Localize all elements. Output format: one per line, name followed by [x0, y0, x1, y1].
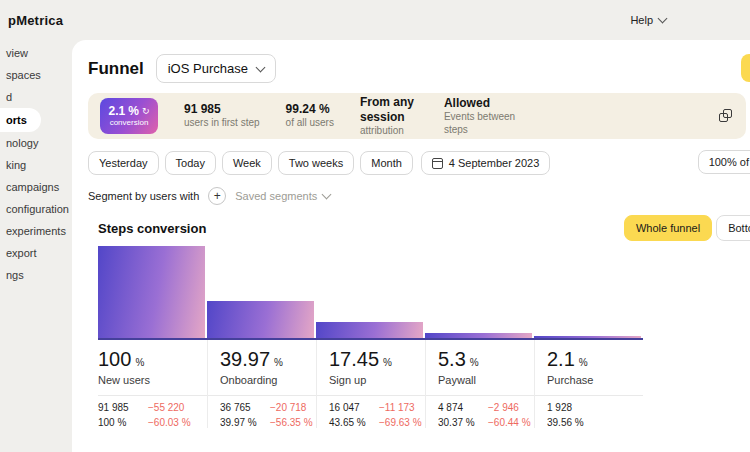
sidebar-item-label: orts: [6, 114, 27, 126]
stat-row-users: 16 047 −11 173: [317, 402, 425, 414]
funnel-column: 17.45 % Sign up 16 047 −11 173 43.65 % −…: [316, 248, 425, 428]
sidebar-item[interactable]: orts: [0, 108, 41, 132]
sidebar-item[interactable]: spaces: [0, 64, 72, 86]
app-logo[interactable]: pMetrica: [8, 13, 63, 28]
sidebar-item-label: export: [6, 247, 37, 259]
date-preset-button[interactable]: Yesterday: [88, 151, 159, 175]
funnel-summary-bar: 2.1% ↻ conversion 91 985 users in first …: [88, 93, 746, 139]
funnel-column: 2.1 % Purchase 1 928 39.56 %: [534, 248, 643, 428]
select-chevron-icon: [255, 62, 265, 72]
step-percent: 100 %: [98, 348, 207, 370]
stats-divider: [426, 395, 534, 396]
funnel-columns: 100 % New users 91 985 −55 220 100 % −60…: [98, 248, 750, 428]
stat-delta: −60.44 %: [488, 417, 531, 429]
stat-row-rate: 30.37 % −60.44 %: [426, 417, 534, 429]
stats-divider: [208, 395, 316, 396]
step-percent-unit: %: [383, 357, 392, 368]
sidebar-item-label: campaigns: [6, 181, 59, 193]
date-preset-button[interactable]: Today: [165, 151, 216, 175]
stat-delta: −69.63 %: [379, 417, 422, 429]
funnel-column: 5.3 % Paywall 4 874 −2 946 30.37 % −60.4…: [425, 248, 534, 428]
date-preset-button[interactable]: Month: [360, 151, 413, 175]
stat-value: 36 765: [220, 402, 270, 414]
stat-row-rate: 39.97 % −56.35 %: [208, 417, 316, 429]
stat-delta: −56.35 %: [270, 417, 313, 429]
stat-delta: −60.03 %: [148, 417, 191, 429]
sidebar-item-label: configuration: [6, 203, 69, 215]
funnel-selector[interactable]: iOS Purchase: [156, 54, 276, 83]
copy-icon: [719, 109, 732, 122]
step-percent-value: 2.1: [547, 348, 575, 370]
stat-delta: −2 946: [488, 402, 519, 414]
step-percent-value: 17.45: [329, 348, 379, 370]
date-picker-label: 4 September 2023: [449, 157, 540, 169]
steps-conversion-title: Steps conversion: [98, 221, 206, 236]
help-menu[interactable]: Help: [630, 14, 666, 26]
stat-value: 39.97 %: [220, 417, 270, 429]
step-percent: 17.45 %: [317, 348, 425, 370]
step-percent-value: 5.3: [438, 348, 466, 370]
summary-users-first-step: 91 985 users in first step: [184, 102, 260, 130]
step-percent: 39.97 %: [208, 348, 316, 370]
saved-segments-dropdown[interactable]: Saved segments: [235, 190, 330, 202]
copy-button[interactable]: [719, 108, 734, 123]
stat-value: 100 %: [98, 417, 148, 429]
stat-row-rate: 43.65 % −69.63 %: [317, 417, 425, 429]
date-preset-button[interactable]: Two weeks: [278, 151, 354, 175]
sidebar-item-label: d: [6, 91, 12, 103]
summary-all-users: 99.24 % of all users: [286, 102, 334, 130]
funnel-bar[interactable]: [425, 333, 532, 338]
date-preset-button[interactable]: Week: [222, 151, 272, 175]
stat-value: 16 047: [329, 402, 379, 414]
funnel-bar[interactable]: [316, 322, 423, 338]
funnel-column: 100 % New users 91 985 −55 220 100 % −60…: [98, 248, 207, 428]
date-picker-button[interactable]: 4 September 2023: [421, 151, 551, 175]
funnel-bar[interactable]: [207, 301, 314, 338]
sidebar-item[interactable]: king: [0, 154, 72, 176]
step-percent-value: 100: [98, 348, 131, 370]
sidebar-item-label: spaces: [6, 69, 41, 81]
add-segment-button[interactable]: +: [208, 187, 226, 205]
sidebar-item[interactable]: d: [0, 86, 72, 108]
funnel-bar[interactable]: [98, 246, 205, 338]
sidebar-item[interactable]: experiments: [0, 220, 72, 242]
conversion-value: 2.1: [109, 105, 126, 119]
step-name: Onboarding: [208, 374, 316, 386]
stats-divider: [98, 395, 207, 396]
conversion-label: conversion: [110, 118, 149, 127]
conversion-badge: 2.1% ↻ conversion: [100, 98, 158, 134]
segment-row: Segment by users with + Saved segments: [88, 187, 734, 205]
funnel-selector-value: iOS Purchase: [168, 61, 248, 76]
sidebar-item[interactable]: nology: [0, 132, 72, 154]
sidebar-item[interactable]: view: [0, 42, 72, 64]
sidebar-item[interactable]: export: [0, 242, 72, 264]
stat-row-users: 1 928: [535, 402, 643, 414]
summary-events-between-steps: Allowed Events between steps: [444, 96, 526, 136]
stat-value: 91 985: [98, 402, 148, 414]
sidebar-item[interactable]: campaigns: [0, 176, 72, 198]
stat-row-rate: 100 % −60.03 %: [98, 417, 207, 429]
funnel-view-toggle-button[interactable]: Whole funnel: [624, 215, 712, 241]
refresh-icon: ↻: [142, 106, 150, 116]
funnel-bar[interactable]: [534, 336, 641, 338]
calendar-icon: [432, 158, 443, 169]
help-chevron-icon: [658, 14, 668, 24]
stats-divider: [317, 395, 425, 396]
funnel-column: 39.97 % Onboarding 36 765 −20 718 39.97 …: [207, 248, 316, 428]
funnel-view-toggle-button[interactable]: Bottom cl: [716, 215, 750, 241]
appmetrica-funnel-page: pMetrica Help view spaces d orts nology …: [0, 0, 750, 452]
sidebar-item[interactable]: configuration: [0, 198, 72, 220]
sidebar-item[interactable]: ngs: [0, 264, 72, 286]
stat-row-users: 4 874 −2 946: [426, 402, 534, 414]
date-filter-row: YesterdayTodayWeekTwo weeksMonth 4 Septe…: [88, 151, 734, 175]
step-name: New users: [98, 374, 207, 386]
stat-delta: −11 173: [379, 402, 415, 414]
stat-row-rate: 39.56 %: [535, 417, 643, 429]
sampling-button[interactable]: 100% of: [698, 150, 750, 174]
summary-attribution: From any session attribution: [360, 95, 418, 138]
stat-value: 39.56 %: [547, 417, 597, 429]
step-name: Sign up: [317, 374, 425, 386]
create-funnel-button[interactable]: Cre: [741, 54, 750, 82]
steps-conversion-header: Steps conversion Whole funnelBottom cl: [98, 221, 734, 236]
stat-value: 43.65 %: [329, 417, 379, 429]
